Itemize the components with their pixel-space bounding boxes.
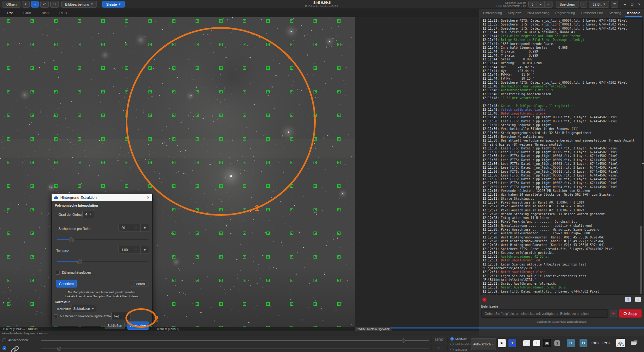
zoom-one-to-one-button[interactable]: 1 [554,340,560,346]
order-dropdown[interactable]: 4▼ [82,210,94,218]
image-processing-button[interactable]: Bildbearbeitung▼ [61,1,97,8]
radio-minmax[interactable]: Min/Max [450,337,467,341]
mirror-horizontal-button[interactable]: R↰Я [602,339,610,347]
background-sample-marker[interactable] [31,208,34,211]
background-sample-marker[interactable] [172,302,175,306]
samples-slider[interactable] [57,237,148,242]
background-sample-marker[interactable] [54,66,58,70]
background-sample-marker[interactable] [337,66,341,70]
background-sample-marker[interactable] [7,114,10,117]
background-sample-marker[interactable] [125,19,128,23]
background-sample-marker[interactable] [314,43,317,46]
background-sample-marker[interactable] [290,208,293,211]
star-detection-button[interactable]: ★ [498,339,506,347]
background-sample-marker[interactable] [125,90,128,93]
console-scrollbar[interactable] [640,226,642,294]
mirror-vertical-button[interactable]: R⇅B [591,339,599,347]
background-sample-marker[interactable] [314,232,317,235]
tab-umrechnung[interactable]: Umrechnung [483,11,502,15]
background-sample-marker[interactable] [219,232,223,235]
hi-slider-handle[interactable] [402,338,406,343]
clear-samples-button[interactable]: Leeren [131,281,148,287]
background-sample-marker[interactable] [337,137,341,141]
background-sample-marker[interactable] [31,255,34,259]
threads-spinner[interactable]: 8 − + [528,1,552,8]
lo-slider-track[interactable] [41,349,429,349]
background-sample-marker[interactable] [266,232,270,235]
radio-mips[interactable]: MIPS-LO/HI [450,343,471,346]
background-sample-marker[interactable] [337,114,341,117]
background-sample-marker[interactable] [7,19,10,23]
record-log-button[interactable] [482,298,486,302]
background-sample-marker[interactable] [31,114,34,117]
background-sample-marker[interactable] [337,232,341,235]
tab-blau[interactable]: Blau [36,11,54,15]
background-sample-marker[interactable] [101,184,105,188]
tab-rot[interactable]: Rot [2,11,18,15]
background-sample-marker[interactable] [266,302,270,306]
background-sample-marker[interactable] [78,43,81,46]
tab-pre-processing[interactable]: Pre-Processing [527,11,549,15]
clear-console-button[interactable]: × [635,297,641,302]
zoom-out-button[interactable]: − [523,340,530,346]
background-sample-marker[interactable] [314,66,317,70]
background-sample-marker[interactable] [31,161,34,164]
background-sample-marker[interactable] [337,255,341,259]
background-sample-marker[interactable] [78,66,81,70]
background-sample-marker[interactable] [196,19,199,23]
background-sample-marker[interactable] [290,232,293,235]
background-sample-marker[interactable] [101,161,105,164]
background-sample-marker[interactable] [7,232,10,235]
open-dropdown-button[interactable]: ▼ [22,1,30,8]
pane-expand-icon[interactable]: ▶ [642,162,644,165]
background-sample-marker[interactable] [7,255,10,259]
background-sample-marker[interactable] [101,19,105,23]
background-sample-marker[interactable] [337,184,341,188]
background-sample-marker[interactable] [78,114,81,117]
background-sample-marker[interactable] [78,161,81,164]
background-sample-marker[interactable] [31,137,34,141]
zoom-in-button[interactable]: + [533,340,540,346]
background-sample-marker[interactable] [31,19,34,23]
background-sample-marker[interactable] [219,255,223,259]
background-sample-marker[interactable] [31,279,34,282]
tab-grafischer-plot[interactable]: Grafischer Plot [581,11,602,15]
background-sample-marker[interactable] [243,19,246,23]
close-button[interactable]: × [637,2,641,7]
background-sample-marker[interactable] [290,19,293,23]
background-sample-marker[interactable] [101,90,105,93]
dithering-checkbox[interactable] [56,271,60,275]
background-sample-marker[interactable] [7,302,10,306]
background-sample-marker[interactable] [7,161,10,164]
background-sample-marker[interactable] [78,19,81,23]
tab-rgb[interactable]: RGB [54,11,72,15]
apply-to-sequence-checkbox[interactable] [54,314,58,318]
background-sample-marker[interactable] [290,279,293,282]
background-sample-marker[interactable] [337,279,341,282]
background-sample-marker[interactable] [172,255,175,259]
rotate-right-button[interactable]: ↻ [580,339,587,347]
background-sample-marker[interactable] [314,90,317,93]
slider-handle[interactable] [69,237,74,242]
background-sample-marker[interactable] [54,184,58,188]
samples-spinner[interactable]: 20 − + [119,224,149,232]
threads-increment-button[interactable]: + [544,1,552,7]
background-sample-marker[interactable] [243,279,246,282]
background-sample-marker[interactable] [337,90,341,93]
sequence-list-button[interactable] [630,339,637,347]
background-sample-marker[interactable] [243,232,246,235]
background-sample-marker[interactable] [290,302,293,306]
background-sample-marker[interactable] [314,161,317,164]
home-button[interactable]: ⌂ [31,1,39,8]
background-sample-marker[interactable] [196,279,199,282]
background-sample-marker[interactable] [54,114,58,117]
dialog-close-icon[interactable]: ✕ [147,195,150,200]
background-sample-marker[interactable] [54,90,58,93]
slider-handle[interactable] [77,260,82,264]
background-sample-marker[interactable] [125,66,128,70]
samples-increment-button[interactable]: + [140,224,149,232]
background-sample-marker[interactable] [101,66,105,70]
background-sample-marker[interactable] [7,43,10,46]
background-sample-marker[interactable] [219,279,223,282]
background-sample-marker[interactable] [31,66,34,70]
